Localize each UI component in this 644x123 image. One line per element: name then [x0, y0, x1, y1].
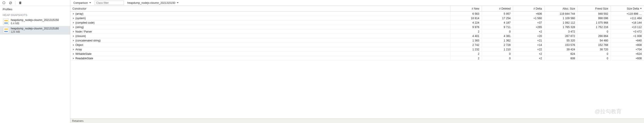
comparison-table: Constructor # New # Deleted # Delta Allo…: [70, 6, 644, 119]
snapshot-name: heapdump_nodejs-cloumn_2021315160: [11, 27, 59, 30]
main-toolbar: Comparison heapdump_nodejs-cloumn_202131…: [70, 0, 644, 6]
cell-deleted: 0: [482, 56, 513, 61]
cell-size-delta: +16 144: [610, 20, 644, 25]
sidebar-subheading: HEAP SNAPSHOTS: [0, 12, 70, 18]
col-alloc-size[interactable]: Alloc. Size: [544, 6, 577, 11]
cell-constructor: (string): [70, 25, 450, 29]
expand-icon[interactable]: [73, 49, 74, 50]
cell-constructor: Array: [70, 47, 450, 52]
expand-icon[interactable]: [73, 53, 74, 55]
svg-rect-5: [20, 1, 21, 2]
constructor-name: WritableState: [76, 52, 92, 56]
cell-size-delta: +840: [610, 38, 644, 43]
col-deleted[interactable]: # Deleted: [482, 6, 513, 11]
table-row[interactable]: (string)9 9769 711+2651 765 3281 752 216…: [70, 25, 644, 29]
view-mode-dropdown[interactable]: Comparison: [74, 1, 91, 4]
table-row[interactable]: (array)6 5635 957+606119 844 744948 592+…: [70, 12, 644, 16]
cell-size-delta: +608: [610, 56, 644, 61]
constructor-name: (concatenated string): [76, 39, 101, 42]
table-row[interactable]: (system)18 81417 254+1 5601 109 560998 0…: [70, 16, 644, 20]
cell-size-delta: +808: [610, 43, 644, 47]
expand-icon[interactable]: [73, 44, 74, 46]
cell-delta: +606: [513, 12, 544, 16]
col-constructor[interactable]: Constructor: [70, 6, 450, 11]
class-filter-input[interactable]: [95, 1, 124, 5]
table-row[interactable]: (compiled code)4 2244 187+371 092 1121 0…: [70, 20, 644, 25]
constructor-name: (array): [76, 12, 83, 15]
table-row[interactable]: WritableState20+26240+624: [70, 52, 644, 56]
cell-freed-size: 948 592: [577, 12, 610, 16]
cell-deleted: 0: [482, 29, 513, 34]
cell-new: 4 401: [450, 34, 482, 38]
trash-icon[interactable]: [18, 1, 22, 4]
cell-delta: +2: [513, 52, 544, 56]
main: Comparison heapdump_nodejs-cloumn_202131…: [70, 0, 644, 123]
cell-alloc-size: 267 872: [544, 34, 577, 38]
col-size-delta-label: Size Delta: [627, 7, 639, 10]
svg-rect-3: [19, 2, 21, 4]
cell-new: 2 742: [450, 43, 482, 47]
cell-alloc-size: 1 765 328: [544, 25, 577, 29]
expand-icon[interactable]: [73, 26, 74, 28]
cell-new: 2: [450, 52, 482, 56]
cell-constructor: Object: [70, 43, 450, 47]
table-header: Constructor # New # Deleted # Delta Allo…: [70, 6, 644, 12]
col-delta[interactable]: # Delta: [513, 6, 544, 11]
table-row[interactable]: ReadableState20+26080+608: [70, 56, 644, 61]
cell-deleted: 4 187: [482, 20, 513, 25]
table-row[interactable]: Node / Parser20+23 4720+3 472: [70, 29, 644, 34]
col-new[interactable]: # New: [450, 6, 482, 11]
constructor-name: (closure): [76, 35, 86, 38]
cell-freed-size: 0: [577, 29, 610, 34]
constructor-name: ReadableState: [76, 57, 93, 60]
snapshot-list: heapdump_nodejs-cloumn_20213151506.4 MBh…: [0, 18, 70, 35]
cell-new: 4 224: [450, 20, 482, 25]
cell-constructor: ReadableState: [70, 56, 450, 61]
sidebar-toolbar: [0, 0, 70, 6]
cell-deleted: 0: [482, 52, 513, 56]
col-size-delta[interactable]: Size Delta: [610, 6, 644, 11]
cell-alloc-size: 1 109 560: [544, 16, 577, 20]
table-row[interactable]: Array1 2321 210+2239 42438 720+704: [70, 47, 644, 52]
cell-new: 1 232: [450, 47, 482, 52]
baseline-snapshot-label: heapdump_nodejs-cloumn_2021315150: [127, 1, 176, 4]
table-row[interactable]: (closure)4 4014 381+20267 872266 864+1 0…: [70, 34, 644, 38]
snapshot-item[interactable]: heapdump_nodejs-cloumn_2021315160125 MB: [0, 26, 70, 35]
table-body: (array)6 5635 957+606119 844 744948 592+…: [70, 12, 644, 119]
table-row[interactable]: (concatenated string)1 3831 362+2155 320…: [70, 38, 644, 43]
expand-icon[interactable]: [73, 40, 74, 41]
cell-size-delta: +1 008: [610, 34, 644, 38]
constructor-name: Node / Parser: [76, 30, 92, 33]
snapshot-icon: [3, 27, 9, 33]
cell-size-delta: +624: [610, 52, 644, 56]
baseline-snapshot-dropdown[interactable]: heapdump_nodejs-cloumn_2021315150: [127, 1, 178, 4]
snapshot-name: heapdump_nodejs-cloumn_2021315150: [11, 18, 59, 22]
snapshot-item[interactable]: heapdump_nodejs-cloumn_20213151506.4 MB: [0, 18, 70, 26]
snapshot-icon: [3, 19, 9, 25]
cell-deleted: 4 381: [482, 34, 513, 38]
expand-icon[interactable]: [73, 35, 74, 37]
cell-deleted: 5 957: [482, 12, 513, 16]
clear-icon[interactable]: [9, 1, 12, 4]
expand-icon[interactable]: [73, 13, 74, 15]
table-row[interactable]: Object2 7422 728+14153 576152 768+808: [70, 43, 644, 47]
svg-point-0: [3, 1, 5, 4]
cell-constructor: (compiled code): [70, 20, 450, 25]
expand-icon[interactable]: [73, 22, 74, 24]
constructor-name: (compiled code): [76, 21, 94, 24]
cell-alloc-size: 119 844 744: [544, 12, 577, 16]
expand-icon[interactable]: [73, 17, 74, 19]
chevron-down-icon: [177, 2, 178, 3]
cell-constructor: (closure): [70, 34, 450, 38]
cell-alloc-size: 153 576: [544, 43, 577, 47]
expand-icon[interactable]: [73, 31, 74, 33]
cell-constructor: (array): [70, 12, 450, 16]
retainers-bar[interactable]: Retainers: [70, 119, 644, 123]
cell-alloc-size: 608: [544, 56, 577, 61]
record-icon[interactable]: [2, 1, 6, 4]
expand-icon[interactable]: [73, 58, 74, 59]
col-freed-size[interactable]: Freed Size: [577, 6, 610, 11]
cell-delta: +22: [513, 47, 544, 52]
cell-size-delta: +3 472: [610, 29, 644, 34]
snapshot-size: 125 MB: [11, 30, 59, 34]
